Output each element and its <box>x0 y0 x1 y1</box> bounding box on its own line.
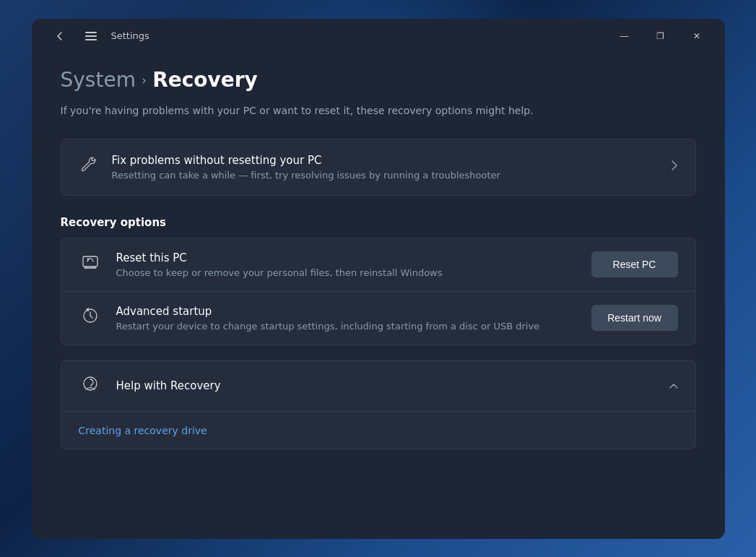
restart-now-button[interactable]: Restart now <box>591 305 678 331</box>
svg-rect-0 <box>83 256 97 267</box>
titlebar: Settings — ❐ ✕ <box>32 19 725 53</box>
reset-pc-desc: Choose to keep or remove your personal f… <box>116 267 577 278</box>
titlebar-title: Settings <box>111 30 149 41</box>
page-subtitle: If you're having problems with your PC o… <box>61 103 696 118</box>
reset-pc-icon <box>79 252 102 277</box>
advanced-startup-icon <box>79 306 102 330</box>
titlebar-left: Settings <box>43 25 149 48</box>
help-recovery-icon <box>79 374 102 398</box>
breadcrumb-current: Recovery <box>152 68 258 92</box>
advanced-startup-row: Advanced startup Restart your device to … <box>61 291 695 345</box>
reset-pc-title: Reset this PC <box>116 251 577 264</box>
fix-problems-card[interactable]: Fix problems without resetting your PC R… <box>61 139 696 196</box>
fix-problems-title: Fix problems without resetting your PC <box>112 154 656 167</box>
reset-pc-text: Reset this PC Choose to keep or remove y… <box>116 251 577 278</box>
maximize-button[interactable]: ❐ <box>644 25 677 48</box>
titlebar-window-controls: — ❐ ✕ <box>608 25 713 48</box>
fix-problems-desc: Resetting can take a while — first, try … <box>112 170 656 181</box>
advanced-startup-title: Advanced startup <box>116 305 577 318</box>
close-button[interactable]: ✕ <box>680 25 713 48</box>
reset-pc-button[interactable]: Reset PC <box>591 251 678 277</box>
creating-recovery-drive-link[interactable]: Creating a recovery drive <box>79 425 207 436</box>
help-recovery-header[interactable]: Help with Recovery <box>61 360 695 411</box>
reset-pc-row: Reset this PC Choose to keep or remove y… <box>61 238 695 291</box>
settings-window: Settings — ❐ ✕ System › Recovery If you'… <box>32 19 725 539</box>
recovery-options-container: Reset this PC Choose to keep or remove y… <box>61 238 696 345</box>
fix-problems-arrow-icon <box>671 160 678 174</box>
breadcrumb: System › Recovery <box>61 68 696 92</box>
hamburger-menu-icon[interactable] <box>85 32 97 40</box>
breadcrumb-system[interactable]: System <box>61 68 136 92</box>
back-button[interactable] <box>43 25 77 48</box>
help-recovery-expanded: Creating a recovery drive <box>61 411 695 449</box>
wrench-icon <box>79 155 97 178</box>
help-chevron-up-icon <box>669 379 678 392</box>
advanced-startup-desc: Restart your device to change startup se… <box>116 321 577 332</box>
minimize-button[interactable]: — <box>608 25 641 48</box>
breadcrumb-separator: › <box>142 72 147 87</box>
main-content: System › Recovery If you're having probl… <box>32 53 725 539</box>
advanced-startup-text: Advanced startup Restart your device to … <box>116 305 577 332</box>
recovery-options-label: Recovery options <box>61 216 696 229</box>
help-recovery-title: Help with Recovery <box>116 379 655 392</box>
help-recovery-card: Help with Recovery Creating a recovery d… <box>61 360 696 449</box>
fix-problems-text: Fix problems without resetting your PC R… <box>112 154 656 181</box>
